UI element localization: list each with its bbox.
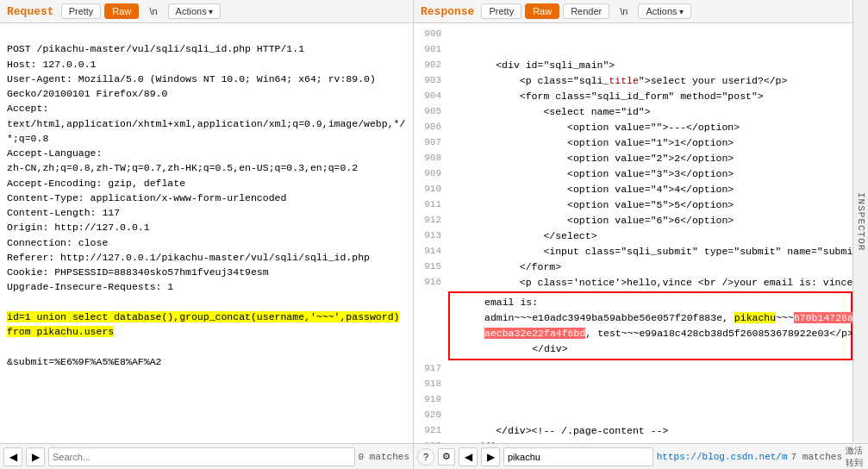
- credential-line-3: aecba32e22fa4f6bd, test~~~e99a18c428cb38…: [453, 326, 847, 341]
- tab-pretty-response[interactable]: Pretty: [481, 3, 521, 19]
- tab-raw-request[interactable]: Raw: [104, 3, 139, 19]
- match-count-request: 0 matches: [359, 452, 409, 462]
- line-918: 918: [414, 377, 852, 392]
- request-panel: Request Pretty Raw \n Actions POST /pika…: [0, 0, 414, 443]
- response-header: Response Pretty Raw Render \n Actions: [414, 0, 852, 23]
- inspector-label: INSPECTOR: [856, 192, 866, 251]
- line-910: 910 <option value="4">4</option>: [414, 182, 852, 197]
- match-count-response: 7 matches: [791, 452, 842, 462]
- line-902: 902 <div id="sqli_main">: [414, 58, 852, 73]
- activate-area: 激活 转到: [846, 445, 865, 469]
- gear-button[interactable]: ⚙: [438, 448, 455, 466]
- line-912: 912 <option value="6">6</option>: [414, 213, 852, 228]
- bottom-right-toolbar: ? ⚙ ◀ ▶ https://blog.csdn.net/m 7 matche…: [414, 444, 868, 469]
- line-917: 917: [414, 361, 852, 377]
- line-915: 915 </form>: [414, 260, 852, 275]
- request-header: Request Pretty Raw \n Actions: [0, 0, 413, 23]
- line-903: 903 <p class="sqli_title">select your us…: [414, 73, 852, 89]
- tab-render-response[interactable]: Render: [563, 3, 609, 19]
- credential-line-2: admin~~~e10adc3949ba59abbe56e057f20f883e…: [453, 310, 847, 326]
- tab-raw-response[interactable]: Raw: [525, 3, 559, 19]
- back-button-response[interactable]: ◀: [459, 447, 478, 466]
- url-display: https://blog.csdn.net/m: [657, 452, 788, 462]
- line-911: 911 <option value="5">5</option>: [414, 197, 852, 213]
- line-914: 914 <input class="sqli_submit" type="sub…: [414, 244, 852, 260]
- request-line-submit: &submit=%E6%9F%A5%E8%AF%A2: [7, 356, 161, 367]
- line-907: 907 <option value="1">1</option>: [414, 135, 852, 151]
- line-913: 913 </select>: [414, 228, 852, 244]
- request-line-1: POST /pikachu-master/vul/sqli/sqli_id.ph…: [7, 43, 405, 292]
- line-906: 906 <option value="">---</option>: [414, 120, 852, 135]
- line-920: 920: [414, 408, 852, 423]
- line-901: 901: [414, 42, 852, 58]
- back-button-request[interactable]: ◀: [3, 447, 22, 466]
- help-button[interactable]: ?: [417, 448, 434, 466]
- tab-n-response[interactable]: \n: [613, 4, 634, 18]
- search-input-response[interactable]: [503, 447, 653, 466]
- bottom-bar: ◀ ▶ 0 matches ? ⚙ ◀ ▶ https://blog.csdn.…: [0, 443, 868, 469]
- line-904: 904 <form class="sqli_id_form" method="p…: [414, 89, 852, 104]
- response-panel-title: Response: [421, 5, 474, 18]
- forward-button-request[interactable]: ▶: [26, 447, 45, 466]
- inspector-sidebar[interactable]: INSPECTOR: [852, 0, 868, 443]
- activate-line2: 转到: [846, 457, 863, 469]
- request-payload-highlighted: id=1 union select database(),group_conca…: [7, 311, 399, 337]
- credential-line-1: email is:: [453, 295, 847, 310]
- forward-button-response[interactable]: ▶: [481, 447, 500, 466]
- line-909: 909 <option value="3">3</option>: [414, 166, 852, 182]
- search-input-request[interactable]: [48, 447, 355, 466]
- line-919: 919: [414, 392, 852, 408]
- response-content: 900 901 902 <div id="sqli_main"> 903 <p …: [414, 23, 852, 443]
- actions-button-response[interactable]: Actions: [638, 3, 690, 19]
- activate-line1: 激活: [846, 445, 863, 457]
- line-905: 905 <select name="id">: [414, 104, 852, 120]
- request-content: POST /pikachu-master/vul/sqli/sqli_id.ph…: [0, 23, 413, 443]
- tab-n-request[interactable]: \n: [142, 4, 164, 18]
- line-916: 916 <p class='notice'>hello,vince <br />…: [414, 275, 852, 291]
- line-908: 908 <option value="2">2</option>: [414, 151, 852, 166]
- line-921: 921 </div><!-- /.page-content -->: [414, 423, 852, 439]
- credential-output-box: email is: admin~~~e10adc3949ba59abbe56e0…: [448, 291, 852, 360]
- bottom-left-toolbar: ◀ ▶ 0 matches: [0, 444, 414, 469]
- line-900: 900: [414, 27, 852, 42]
- request-panel-title: Request: [7, 5, 54, 18]
- tab-pretty-request[interactable]: Pretty: [61, 3, 102, 19]
- response-panel: Response Pretty Raw Render \n Actions 90…: [414, 0, 852, 443]
- actions-button-request[interactable]: Actions: [168, 3, 221, 19]
- credential-line-4: </div>: [453, 341, 847, 357]
